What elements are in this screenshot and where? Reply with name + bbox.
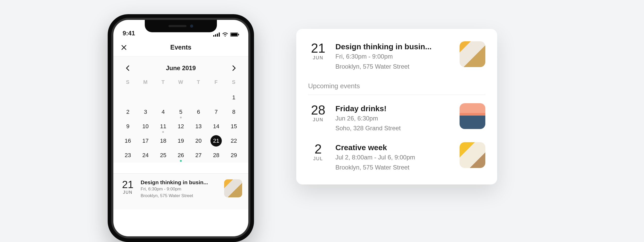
event-row[interactable]: 21 JUN Design thinking in busin... Fri, … [113, 173, 248, 209]
camera-icon [190, 25, 193, 28]
phone-screen: 9:41 Events June 2019 [113, 20, 248, 236]
calendar-week: 2345678 [119, 105, 243, 119]
svg-rect-3 [219, 33, 220, 37]
event-title: Design thinking in busin... [141, 179, 219, 185]
event-title: Creative week [335, 143, 452, 152]
event-location: Soho, 328 Grand Street [335, 124, 452, 133]
calendar-day[interactable]: 13 [190, 119, 207, 134]
page-title: Events [170, 44, 191, 51]
calendar-day[interactable]: 10 [137, 119, 155, 134]
speaker-icon [168, 25, 187, 27]
battery-icon [230, 33, 239, 37]
calendar-grid: 1234567891011121314151617181920212223242… [119, 90, 243, 163]
event-dot-icon [180, 160, 182, 162]
event-date: 2 JUL [308, 142, 328, 162]
day-of-week-header: SMTWTFS [119, 77, 243, 87]
event-dot-icon [162, 131, 164, 133]
calendar-day[interactable]: 27 [190, 148, 207, 163]
calendar-day[interactable]: 16 [119, 134, 137, 148]
calendar-day-empty [172, 90, 190, 105]
event-time: Jul 2, 8:00am - Jul 6, 9:00pm [335, 153, 452, 162]
calendar-week: 23242526272829 [119, 148, 243, 163]
dow-cell: S [225, 77, 243, 87]
calendar-week: 16171819202122 [119, 134, 243, 148]
calendar-day[interactable]: 17 [137, 134, 155, 148]
chevron-right-icon [232, 65, 236, 71]
calendar-day[interactable]: 7 [207, 105, 225, 119]
dow-cell: S [119, 77, 137, 87]
calendar-day[interactable]: 2 [119, 105, 137, 119]
calendar-day[interactable]: 15 [225, 119, 243, 134]
calendar-day[interactable]: 8 [225, 105, 243, 119]
calendar-day[interactable]: 14 [207, 119, 225, 134]
nav-bar: Events [113, 38, 248, 57]
event-row[interactable]: 28 JUN Friday drinks! Jun 26, 6:30pm Soh… [308, 102, 485, 141]
calendar-day[interactable]: 20 [190, 134, 207, 148]
calendar-day[interactable]: 19 [172, 134, 190, 148]
wifi-icon [222, 32, 228, 37]
calendar-day[interactable]: 3 [137, 105, 155, 119]
calendar-day-empty [207, 90, 225, 105]
calendar-day[interactable]: 11 [154, 119, 172, 134]
svg-rect-5 [231, 33, 238, 36]
calendar-day[interactable]: 12 [172, 119, 190, 134]
event-month: JUN [120, 190, 136, 195]
event-dot-icon [180, 117, 182, 118]
close-icon [121, 45, 127, 50]
event-day-number: 21 [308, 42, 328, 55]
event-time: Jun 26, 6:30pm [335, 114, 452, 123]
calendar: June 2019 SMTWTFS 1234567891011121314151… [113, 57, 248, 163]
calendar-day[interactable]: 21 [207, 134, 225, 148]
event-info: Design thinking in busin... Fri, 6:30pm … [335, 41, 452, 71]
calendar-day[interactable]: 22 [225, 134, 243, 148]
svg-rect-2 [217, 34, 218, 37]
calendar-day[interactable]: 23 [119, 148, 137, 163]
next-month-button[interactable] [230, 64, 238, 72]
event-title: Friday drinks! [335, 104, 452, 113]
event-day-number: 28 [308, 104, 328, 117]
close-button[interactable] [120, 44, 128, 51]
events-card: 21 JUN Design thinking in busin... Fri, … [296, 29, 497, 184]
status-icons [213, 32, 239, 37]
phone-frame: 9:41 Events June 2019 [108, 14, 254, 242]
calendar-week: 9101112131415 [119, 119, 243, 134]
calendar-day[interactable]: 26 [172, 148, 190, 163]
event-thumbnail [460, 41, 485, 67]
event-title: Design thinking in busin... [335, 42, 452, 51]
event-date: 28 JUN [308, 103, 328, 123]
calendar-day[interactable]: 25 [154, 148, 172, 163]
event-thumbnail [460, 103, 485, 129]
event-location: Brooklyn, 575 Water Street [141, 193, 219, 199]
calendar-day-empty [154, 90, 172, 105]
prev-month-button[interactable] [124, 64, 131, 72]
event-info: Creative week Jul 2, 8:00am - Jul 6, 9:0… [335, 142, 452, 172]
event-info: Friday drinks! Jun 26, 6:30pm Soho, 328 … [335, 103, 452, 133]
calendar-day[interactable]: 9 [119, 119, 137, 134]
event-row[interactable]: 21 JUN Design thinking in busin... Fri, … [308, 40, 485, 80]
cellular-icon [213, 33, 220, 37]
svg-rect-6 [238, 34, 239, 35]
divider [308, 95, 485, 95]
dow-cell: F [207, 77, 225, 87]
calendar-day[interactable]: 29 [225, 148, 243, 163]
event-location: Brooklyn, 575 Water Street [335, 62, 452, 71]
event-thumbnail [224, 179, 242, 197]
calendar-day[interactable]: 28 [207, 148, 225, 163]
event-month: JUN [308, 55, 328, 61]
calendar-day[interactable]: 1 [225, 90, 243, 105]
calendar-day[interactable]: 4 [154, 105, 172, 119]
svg-rect-0 [213, 35, 214, 37]
phone-notch [145, 20, 217, 32]
event-row[interactable]: 2 JUL Creative week Jul 2, 8:00am - Jul … [308, 141, 485, 172]
calendar-day[interactable]: 24 [137, 148, 155, 163]
event-thumbnail [460, 142, 485, 168]
month-label: June 2019 [166, 64, 196, 72]
calendar-day[interactable]: 6 [190, 105, 207, 119]
status-time: 9:41 [123, 30, 135, 37]
calendar-day-empty [119, 90, 137, 105]
dow-cell: W [172, 77, 190, 87]
calendar-day-empty [190, 90, 207, 105]
month-switcher: June 2019 [119, 63, 243, 77]
calendar-day[interactable]: 18 [154, 134, 172, 148]
calendar-day[interactable]: 5 [172, 105, 190, 119]
